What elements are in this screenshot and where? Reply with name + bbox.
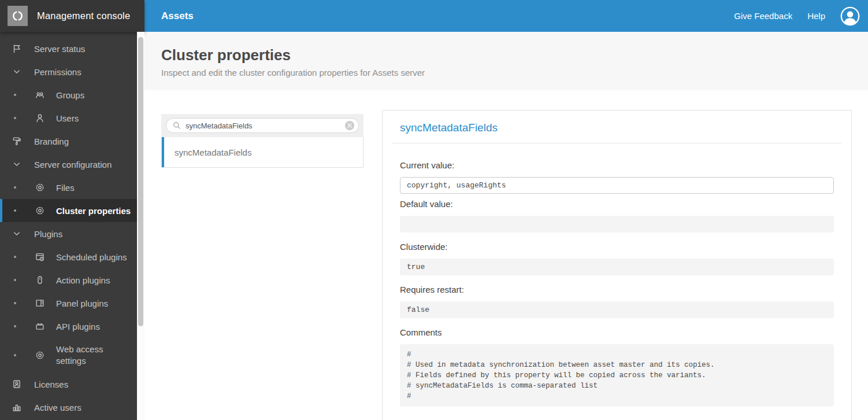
sidebar-item-action-plugins[interactable]: Action plugins — [0, 268, 137, 292]
search-icon — [172, 121, 181, 130]
chevron-down-icon — [12, 159, 22, 170]
bullet-dot — [14, 325, 16, 327]
sidebar-item-users[interactable]: Users — [0, 106, 137, 130]
user-icon — [35, 113, 45, 123]
property-list-item[interactable]: syncMetadataFields — [162, 137, 363, 167]
sidebar-header: Management console — [0, 0, 144, 32]
sidebar-scrollbar-thumb[interactable] — [138, 37, 143, 326]
sidebar-item-permissions[interactable]: Permissions — [0, 60, 137, 83]
user-avatar-icon[interactable] — [840, 6, 860, 26]
sidebar-item-label: Cluster properties — [2, 206, 131, 216]
comments-section: Comments # # Used in metadata synchroniz… — [400, 327, 834, 407]
field-label: Default value: — [400, 199, 834, 209]
field-label: Current value: — [400, 160, 834, 170]
brick-icon — [35, 321, 45, 331]
sidebar-item-files[interactable]: Files — [0, 176, 137, 199]
sidebar-item-groups[interactable]: Groups — [0, 83, 137, 106]
bullet-dot — [14, 279, 16, 281]
mouse-icon — [35, 275, 45, 285]
property-list: syncMetadataFields — [161, 137, 363, 168]
topbar: Assets Give Feedback Help — [144, 0, 868, 32]
search-container — [161, 114, 363, 137]
topbar-actions: Give Feedback Help — [734, 6, 860, 26]
sidebar-item-label: API plugins — [2, 322, 100, 331]
sidebar-item-label: Scheduled plugins — [2, 252, 127, 262]
paint-roller-icon — [12, 136, 22, 146]
sidebar-item-web-access-settings[interactable]: Web access settings — [0, 338, 137, 373]
bullet-dot — [14, 354, 16, 356]
field-label: Requires restart: — [400, 285, 834, 294]
field-value-readonly — [400, 216, 834, 233]
give-feedback-link[interactable]: Give Feedback — [734, 11, 792, 21]
chevron-down-icon — [12, 67, 22, 77]
chevron-down-icon — [12, 229, 22, 239]
field-value-readonly: true — [400, 259, 834, 275]
bullet-dot — [14, 256, 16, 258]
property-detail-card: syncMetadataFields Current value:Default… — [382, 110, 852, 420]
sidebar-nav: Server statusPermissionsGroupsUsersBrand… — [0, 37, 137, 419]
sidebar-item-label: Panel plugins — [2, 299, 108, 308]
clear-search-icon[interactable] — [345, 121, 354, 130]
help-link[interactable]: Help — [807, 11, 825, 21]
property-field: Current value: — [400, 160, 834, 194]
bullet-dot — [14, 186, 16, 189]
app-title: Management console — [37, 10, 130, 21]
property-field: Clusterwide:true — [400, 242, 834, 275]
sidebar-item-server-configuration[interactable]: Server configuration — [0, 153, 137, 176]
field-value-input[interactable] — [400, 177, 834, 194]
sidebar-item-server-status[interactable]: Server status — [0, 37, 137, 60]
comments-label: Comments — [400, 327, 834, 337]
gear-icon — [35, 205, 45, 216]
sidebar-item-api-plugins[interactable]: API plugins — [0, 315, 137, 338]
bullet-dot — [14, 94, 16, 96]
gear-icon — [35, 182, 45, 193]
bullet-dot — [14, 209, 16, 212]
page-subtitle: Inspect and edit the cluster configurati… — [161, 68, 425, 78]
sidebar-item-scheduled-plugins[interactable]: Scheduled plugins — [0, 245, 137, 268]
license-icon — [12, 379, 22, 389]
sidebar-item-licenses[interactable]: Licenses — [0, 373, 137, 396]
panel-icon — [35, 298, 45, 308]
sidebar-item-plugins[interactable]: Plugins — [0, 222, 137, 245]
property-field: Requires restart:false — [400, 285, 834, 318]
bar-chart-icon — [12, 402, 22, 412]
flag-icon — [12, 43, 22, 54]
comments-readonly: # # Used in metadata synchronization bet… — [400, 344, 834, 407]
sidebar: Management console Server statusPermissi… — [0, 0, 144, 420]
search-field — [166, 118, 359, 133]
property-filter-panel: syncMetadataFields — [161, 114, 363, 168]
sidebar-item-cluster-properties[interactable]: Cluster properties — [0, 199, 137, 222]
sidebar-item-label: Action plugins — [2, 275, 110, 285]
divider — [392, 143, 841, 143]
bullet-dot — [14, 302, 16, 304]
sidebar-item-branding[interactable]: Branding — [0, 130, 137, 153]
property-name-heading: syncMetadataFields — [400, 121, 834, 134]
gear-icon — [35, 350, 45, 360]
sidebar-item-panel-plugins[interactable]: Panel plugins — [0, 292, 137, 315]
sidebar-item-label: Web access settings — [2, 344, 127, 367]
sidebar-scrollbar-track[interactable] — [137, 32, 144, 420]
groups-icon — [35, 90, 45, 100]
sidebar-item-active-users[interactable]: Active users — [0, 396, 137, 419]
property-field: Default value: — [400, 199, 834, 233]
calendar-clock-icon — [35, 252, 45, 262]
page-header: Cluster properties Inspect and edit the … — [144, 32, 868, 90]
search-input[interactable] — [186, 121, 345, 130]
property-fields: Current value:Default value:Clusterwide:… — [400, 160, 834, 318]
page-title: Cluster properties — [161, 46, 291, 64]
topbar-title: Assets — [161, 10, 194, 22]
field-value-readonly: false — [400, 301, 834, 318]
field-label: Clusterwide: — [400, 242, 834, 252]
bullet-dot — [14, 117, 16, 119]
app-logo-icon — [8, 6, 28, 26]
